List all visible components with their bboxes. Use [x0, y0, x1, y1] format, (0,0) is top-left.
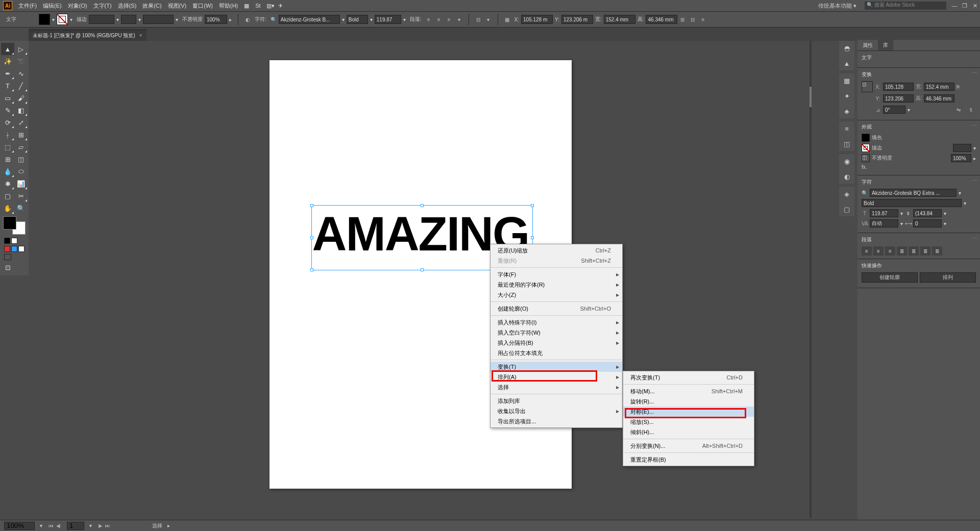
char-menu-icon[interactable]: ⋯ [972, 178, 977, 183]
draw-normal[interactable] [4, 246, 10, 252]
dock-artboards-icon[interactable]: ▢ [842, 204, 852, 214]
font-size-input[interactable] [375, 15, 401, 24]
ctx-item[interactable]: 收集以导出 [491, 406, 622, 416]
panel-stroke-weight[interactable] [953, 144, 971, 152]
menu-file[interactable]: 文件(F) [15, 0, 40, 11]
panel-fill-swatch[interactable] [862, 134, 870, 142]
ctx-item[interactable]: 对称(E)... [623, 407, 754, 417]
transform-icon[interactable]: ▦ [502, 14, 512, 24]
para-menu-icon[interactable]: ⋯ [972, 235, 977, 241]
rectangle-tool[interactable]: ▭ [1, 92, 14, 104]
recolor-icon[interactable]: ◐ [242, 14, 253, 24]
ctx-item[interactable]: 插入分隔符(B) [491, 338, 622, 348]
zoom-input[interactable] [4, 522, 35, 530]
draw-inside[interactable] [18, 246, 24, 252]
ctx-item[interactable]: 重置定界框(B) [623, 454, 754, 465]
direct-selection-tool[interactable]: ▷ [14, 43, 28, 55]
x-input[interactable] [521, 15, 553, 24]
ctx-item[interactable]: 旋转(R)... [623, 396, 754, 407]
menu-object[interactable]: 对象(O) [65, 0, 90, 11]
curvature-tool[interactable]: ∿ [14, 67, 28, 80]
prefs-icon[interactable]: ⊞ [677, 14, 688, 24]
stroke-swatch[interactable] [57, 14, 68, 25]
h-input[interactable] [646, 15, 677, 24]
scale-tool[interactable]: ⤢ [14, 116, 28, 129]
document-tab[interactable]: 未标题-1 [已恢复]* @ 100% (RGB/GPU 预览) × [29, 30, 146, 41]
ctx-item[interactable]: 导出所选项目... [491, 416, 622, 426]
stroke-weight-input[interactable] [89, 15, 114, 24]
ctx-item[interactable]: 倾斜(H)... [623, 427, 754, 437]
dock-graphic-styles-icon[interactable]: ◐ [842, 171, 852, 182]
dock-stroke-icon[interactable]: ✦ [842, 91, 852, 101]
zoom-tool[interactable]: 🔍 [14, 202, 28, 214]
ctx-item[interactable]: 创建轮廓(O)Shift+Ctrl+O [491, 304, 622, 314]
dock-swatches-icon[interactable]: ▦ [842, 75, 852, 86]
paintbrush-tool[interactable]: 🖌 [14, 92, 28, 104]
eraser-tool[interactable]: ◧ [14, 104, 28, 116]
workspace-switcher[interactable]: 传统基本功能 ▾ [813, 2, 862, 10]
ctx-item[interactable]: 变换(T) [491, 362, 622, 372]
panel-angle-input[interactable] [883, 106, 905, 114]
graph-tool[interactable]: 📊 [14, 178, 28, 190]
symbol-sprayer-tool[interactable]: ✱ [1, 178, 14, 190]
align-objects-icon[interactable]: ⊟ [473, 14, 483, 24]
width-tool[interactable]: ⟊ [1, 129, 14, 141]
menu-type[interactable]: 文字(T) [90, 0, 115, 11]
slice-tool[interactable]: ✂ [14, 190, 28, 202]
font-search-icon[interactable]: 🔍 [268, 14, 279, 24]
panel-font-weight[interactable] [862, 199, 962, 207]
arrange-icon[interactable]: ▥▾ [263, 0, 275, 11]
pen-tool[interactable]: ✒ [1, 67, 14, 80]
mini-none[interactable] [11, 238, 17, 244]
para-align-left[interactable]: ≡ [862, 246, 872, 256]
ctx-item[interactable]: 添加到库 [491, 396, 622, 406]
ctx-item[interactable]: 用占位符文本填充 [491, 348, 622, 358]
dock-color-icon[interactable]: ◓ [842, 43, 852, 53]
blend-tool[interactable]: ⬭ [14, 165, 28, 178]
para-justify-all[interactable]: ≣ [932, 246, 942, 256]
close-tab-icon[interactable]: × [139, 33, 142, 38]
bridge-icon[interactable]: ▦ [241, 0, 252, 11]
flip-v-icon[interactable]: ⥮ [966, 105, 976, 115]
dock-layers-icon[interactable]: ◈ [842, 189, 852, 199]
ctx-item[interactable]: 再次变换(T)Ctrl+D [623, 372, 754, 383]
panel-leading[interactable] [913, 209, 942, 217]
ctx-item[interactable]: 字体(F) [491, 269, 622, 280]
panel-opacity-input[interactable] [951, 154, 971, 162]
rotate-tool[interactable]: ⟳ [1, 116, 14, 129]
w-input[interactable] [604, 15, 635, 24]
ctx-item[interactable]: 排列(A) [491, 372, 622, 382]
panel-y-input[interactable] [883, 94, 914, 103]
ctx-item[interactable]: 缩放(S)... [623, 417, 754, 427]
opacity-input[interactable] [205, 15, 227, 24]
ctx-item[interactable]: 大小(Z) [491, 290, 622, 300]
align-right-icon[interactable]: ≡ [444, 14, 454, 24]
mini-fill[interactable] [4, 238, 10, 244]
artboard-nav[interactable]: ⏮◀ [47, 523, 62, 528]
align-more-icon[interactable]: ▾ [454, 14, 464, 24]
window-minimize[interactable]: — [949, 3, 960, 9]
screen-mode[interactable] [4, 254, 11, 260]
brush-def[interactable] [121, 15, 136, 24]
fx-label[interactable]: fx. [862, 164, 867, 170]
stroke-profile[interactable] [143, 15, 174, 24]
transform-menu-icon[interactable]: ⋯ [972, 70, 977, 75]
type-tool[interactable]: T [1, 80, 14, 92]
selection-tool[interactable]: ▲ [1, 43, 14, 55]
panel-menu-icon[interactable]: ≡ [698, 14, 708, 24]
panel-w-input[interactable] [924, 83, 954, 91]
gradient-tool[interactable]: ◫ [14, 153, 28, 165]
dock-transparency-icon[interactable]: ◫ [842, 139, 852, 149]
align-left-icon[interactable]: ≡ [424, 14, 434, 24]
menu-help[interactable]: 帮助(H) [216, 0, 241, 11]
stock-icon[interactable]: St [252, 0, 263, 11]
artboard-number[interactable] [67, 522, 84, 530]
shape-builder-tool[interactable]: ⬚ [1, 141, 14, 153]
panel-font-family[interactable] [870, 189, 957, 197]
artboard-tool[interactable]: ▢ [1, 190, 14, 202]
font-weight-input[interactable] [347, 15, 368, 24]
para-justify-right[interactable]: ≣ [920, 246, 930, 256]
draw-behind[interactable] [11, 246, 17, 252]
window-restore[interactable]: ❐ [960, 3, 970, 9]
menu-view[interactable]: 视图(V) [165, 0, 190, 11]
